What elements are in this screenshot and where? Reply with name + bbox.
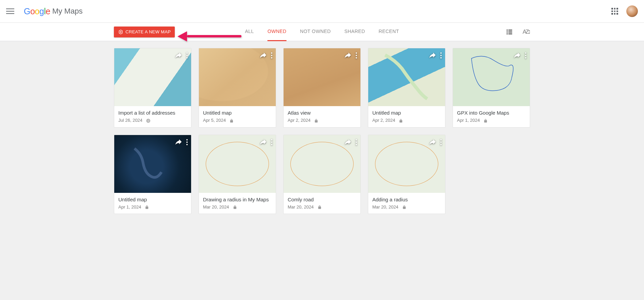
more-options-icon[interactable] xyxy=(440,51,442,60)
map-date: Mar 20, 2024 xyxy=(372,204,399,210)
map-card[interactable]: Adding a radiusMar 20, 2024 xyxy=(368,135,445,214)
share-icon[interactable] xyxy=(175,51,182,60)
svg-rect-5 xyxy=(508,33,512,34)
map-date: Apr 5, 2024 xyxy=(203,118,226,123)
map-date: Apr 2, 2024 xyxy=(288,118,310,123)
svg-rect-4 xyxy=(507,33,508,34)
map-date: Apr 1, 2024 xyxy=(457,118,480,123)
more-options-icon[interactable] xyxy=(524,51,527,60)
tab-not-owned[interactable]: NOT OWNED xyxy=(300,23,331,41)
map-meta: Apr 1, 2024 xyxy=(118,204,187,210)
svg-rect-3 xyxy=(508,31,512,33)
tab-owned[interactable]: OWNED xyxy=(268,23,287,41)
lock-icon xyxy=(145,204,149,210)
map-thumbnail xyxy=(284,135,360,193)
map-thumbnail xyxy=(114,48,191,106)
more-options-icon[interactable] xyxy=(270,138,273,147)
map-card[interactable]: Atlas viewApr 2, 2024 xyxy=(283,48,361,128)
map-title: Comly road xyxy=(288,197,356,202)
google-apps-icon[interactable] xyxy=(611,7,619,15)
more-options-icon[interactable] xyxy=(186,51,188,60)
share-icon[interactable] xyxy=(259,138,267,147)
filter-tabs: ALLOWNEDNOT OWNEDSHAREDRECENT xyxy=(245,23,399,41)
map-title: Drawing a radius in My Maps xyxy=(203,197,272,202)
tab-recent[interactable]: RECENT xyxy=(379,23,399,41)
header: Google My Maps xyxy=(0,0,644,23)
share-icon[interactable] xyxy=(429,51,436,60)
more-options-icon[interactable] xyxy=(355,138,358,147)
map-card[interactable]: Comly roadMar 20, 2024 xyxy=(283,135,361,214)
map-thumbnail xyxy=(114,135,191,193)
map-title: Atlas view xyxy=(288,110,356,116)
list-view-icon[interactable] xyxy=(506,28,513,36)
lock-icon xyxy=(402,204,407,210)
share-icon[interactable] xyxy=(429,138,436,147)
map-card[interactable]: Untitled mapApr 2, 2024 xyxy=(368,48,445,128)
share-icon[interactable] xyxy=(344,51,352,60)
create-new-map-button[interactable]: CREATE A NEW MAP xyxy=(114,27,175,37)
share-icon[interactable] xyxy=(513,51,521,60)
annotation-arrow xyxy=(177,31,241,41)
svg-marker-6 xyxy=(528,30,530,31)
map-card[interactable]: Untitled mapApr 1, 2024 xyxy=(114,135,191,214)
share-icon[interactable] xyxy=(175,138,182,147)
map-card[interactable]: Drawing a radius in My MapsMar 20, 2024 xyxy=(199,135,276,214)
map-thumbnail xyxy=(284,48,360,106)
tab-shared[interactable]: SHARED xyxy=(344,23,365,41)
map-thumbnail xyxy=(368,135,445,193)
svg-marker-7 xyxy=(528,33,530,34)
map-meta: Mar 20, 2024 xyxy=(372,204,441,210)
sort-az-icon[interactable]: AZ xyxy=(523,28,530,36)
toolbar: CREATE A NEW MAP ALLOWNEDNOT OWNEDSHARED… xyxy=(0,23,644,41)
create-button-label: CREATE A NEW MAP xyxy=(125,29,171,34)
svg-rect-1 xyxy=(508,29,512,31)
map-title: GPX into Google Maps xyxy=(457,110,526,116)
map-card[interactable]: Import a list of addressesJul 26, 2024 xyxy=(114,48,191,128)
map-meta: Mar 20, 2024 xyxy=(203,204,272,210)
map-thumbnail xyxy=(453,48,530,106)
map-title: Untitled map xyxy=(203,110,272,116)
app-title: My Maps xyxy=(52,7,83,16)
map-meta: Mar 20, 2024 xyxy=(288,204,356,210)
share-icon[interactable] xyxy=(344,138,352,147)
logo[interactable]: Google My Maps xyxy=(24,6,83,16)
map-plus-icon xyxy=(118,29,123,35)
map-meta: Apr 2, 2024 xyxy=(372,118,441,123)
map-date: Apr 2, 2024 xyxy=(372,118,395,123)
map-date: Jul 26, 2024 xyxy=(118,118,142,123)
map-date: Mar 20, 2024 xyxy=(288,204,314,210)
map-meta: Apr 1, 2024 xyxy=(457,118,526,123)
content: Import a list of addressesJul 26, 2024Un… xyxy=(0,41,644,228)
map-title: Untitled map xyxy=(372,110,441,116)
lock-icon xyxy=(229,118,234,123)
map-card[interactable]: GPX into Google MapsApr 1, 2024 xyxy=(453,48,530,128)
lock-icon xyxy=(314,118,319,123)
map-title: Import a list of addresses xyxy=(118,110,187,116)
svg-rect-2 xyxy=(507,31,508,33)
more-options-icon[interactable] xyxy=(355,51,358,60)
more-options-icon[interactable] xyxy=(186,138,188,147)
lock-icon xyxy=(233,204,237,210)
map-title: Adding a radius xyxy=(372,197,441,202)
share-icon[interactable] xyxy=(259,51,267,60)
account-avatar[interactable] xyxy=(626,5,638,17)
more-options-icon[interactable] xyxy=(270,51,273,60)
map-thumbnail xyxy=(199,48,276,106)
google-logo: Google xyxy=(24,6,50,16)
map-date: Apr 1, 2024 xyxy=(118,204,141,210)
lock-icon xyxy=(483,118,488,123)
menu-icon[interactable] xyxy=(6,7,14,15)
globe-icon xyxy=(146,118,151,123)
map-meta: Apr 2, 2024 xyxy=(288,118,356,123)
map-thumbnail xyxy=(199,135,276,193)
lock-icon xyxy=(317,204,322,210)
map-meta: Jul 26, 2024 xyxy=(118,118,187,123)
maps-grid: Import a list of addressesJul 26, 2024Un… xyxy=(58,48,586,214)
map-meta: Apr 5, 2024 xyxy=(203,118,272,123)
map-card[interactable]: Untitled mapApr 5, 2024 xyxy=(199,48,276,128)
svg-rect-0 xyxy=(507,29,508,31)
tab-all[interactable]: ALL xyxy=(245,23,254,41)
map-thumbnail xyxy=(368,48,445,106)
more-options-icon[interactable] xyxy=(440,138,442,147)
lock-icon xyxy=(399,118,403,123)
